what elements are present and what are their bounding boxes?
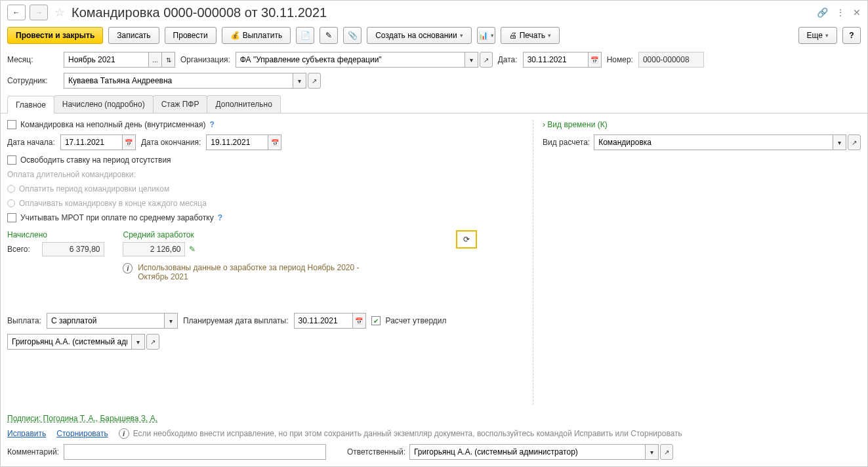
tab-detail[interactable]: Начислено (подробно)	[54, 95, 154, 113]
plan-date-calendar[interactable]: 📅	[353, 313, 366, 329]
payout-label: Выплата:	[7, 316, 41, 325]
avg-value: 2 126,60	[123, 242, 185, 256]
end-date-calendar[interactable]: 📅	[268, 134, 281, 150]
responsible-input[interactable]	[409, 444, 646, 460]
approved-label: Расчет утвердил	[386, 316, 447, 325]
nav-forward: →	[30, 5, 48, 20]
avg-header: Средний заработок	[123, 230, 385, 239]
total-label: Всего:	[7, 245, 30, 254]
end-date-label: Дата окончания:	[141, 138, 201, 147]
info-icon: i	[123, 263, 133, 274]
number-label: Номер:	[607, 55, 633, 64]
storno-link[interactable]: Сторнировать	[56, 429, 108, 438]
doc-icon-button[interactable]: 📄	[296, 27, 314, 44]
post-close-button[interactable]: Провести и закрыть	[7, 27, 103, 44]
responsible-label: Ответственный:	[347, 447, 405, 457]
long-opt2-radio	[7, 199, 15, 207]
fix-link[interactable]: Исправить	[7, 429, 46, 438]
date-input[interactable]	[523, 52, 589, 68]
responsible-drop[interactable]: ▾	[646, 444, 659, 460]
start-date-label: Дата начала:	[7, 138, 55, 147]
mrot-help-icon[interactable]: ?	[218, 213, 222, 222]
info-note: Использованы данные о заработке за перио…	[138, 263, 385, 281]
start-date-calendar[interactable]: 📅	[123, 134, 136, 150]
end-date-input[interactable]	[206, 134, 268, 150]
approver-open[interactable]: ↗	[146, 334, 159, 350]
attach-icon-button[interactable]: 📎	[343, 27, 362, 44]
recalc-button[interactable]: ⟳	[456, 230, 477, 249]
page-title: Командировка 0000-000008 от 30.11.2021	[72, 5, 813, 20]
month-picker-button[interactable]: …	[149, 52, 162, 68]
mrot-checkbox[interactable]	[7, 213, 16, 222]
month-spinner[interactable]: ⇅	[162, 52, 175, 68]
plan-date-label: Планируемая дата выплаты:	[183, 316, 289, 325]
save-button[interactable]: Записать	[108, 27, 159, 44]
long-trip-header: Оплата длительной командировки:	[7, 170, 526, 179]
accrued-header: Начислено	[7, 230, 104, 239]
payout-select[interactable]	[47, 313, 165, 329]
create-based-button[interactable]: Создать на основании	[367, 27, 472, 44]
partial-day-checkbox[interactable]	[7, 120, 16, 129]
start-date-input[interactable]	[60, 134, 123, 150]
calc-type-label: Вид расчета:	[543, 138, 590, 147]
more-button[interactable]: Еще	[798, 27, 837, 44]
tab-main[interactable]: Главное	[7, 96, 54, 113]
payout-drop[interactable]: ▾	[165, 313, 178, 329]
date-calendar-button[interactable]: 📅	[589, 52, 602, 68]
link-icon[interactable]: 🔗	[817, 7, 828, 18]
long-opt1-label: Оплатить период командировки целиком	[19, 184, 169, 193]
post-button[interactable]: Провести	[165, 27, 217, 44]
partial-day-label: Командировка на неполный день (внутрисме…	[20, 120, 205, 129]
footer-hint: Если необходимо внести исправление, но п…	[133, 429, 682, 438]
calc-type-drop[interactable]: ▾	[833, 134, 846, 150]
employee-open-button[interactable]: ↗	[308, 73, 321, 89]
edit-icon-button[interactable]: ✎	[320, 27, 338, 44]
employee-label: Сотрудник:	[7, 76, 58, 85]
long-opt2-label: Оплачивать командировку в конце каждого …	[19, 199, 207, 208]
print-button[interactable]: 🖨 Печать	[501, 27, 560, 44]
date-label: Дата:	[498, 55, 518, 64]
plan-date-input[interactable]	[294, 313, 353, 329]
edit-avg-icon[interactable]: ✎	[189, 245, 196, 254]
time-type-link[interactable]: Вид времени (К)	[543, 120, 861, 129]
calc-type-input[interactable]	[594, 134, 833, 150]
report-icon-button[interactable]: 📊	[477, 27, 495, 44]
org-input[interactable]	[236, 52, 465, 68]
tab-pfr[interactable]: Стаж ПФР	[153, 95, 208, 113]
comment-label: Комментарий:	[7, 447, 60, 457]
org-label: Организация:	[180, 55, 230, 64]
close-icon[interactable]: ✕	[853, 7, 861, 18]
long-opt1-radio	[7, 185, 15, 193]
footer-info-icon: i	[119, 428, 129, 439]
pay-button[interactable]: 💰Выплатить	[222, 27, 291, 44]
help-button[interactable]: ?	[842, 27, 861, 44]
pay-icon: 💰	[230, 31, 240, 40]
comment-input[interactable]	[64, 444, 326, 460]
calc-type-open[interactable]: ↗	[848, 134, 861, 150]
printer-icon: 🖨	[509, 31, 517, 40]
tab-extra[interactable]: Дополнительно	[207, 95, 280, 113]
free-rate-label: Освободить ставку на период отсутствия	[20, 155, 171, 165]
partial-day-help-icon[interactable]: ?	[209, 120, 214, 129]
approved-checkbox[interactable]: ✔	[371, 316, 381, 325]
nav-back[interactable]: ←	[7, 5, 26, 20]
employee-input[interactable]	[64, 73, 293, 89]
approver-input[interactable]	[7, 334, 132, 350]
total-value: 6 379,80	[42, 242, 104, 256]
month-label: Месяц:	[7, 55, 58, 64]
employee-drop-button[interactable]: ▾	[293, 73, 306, 89]
org-drop-button[interactable]: ▾	[465, 52, 478, 68]
mrot-label: Учитывать МРОТ при оплате по среднему за…	[20, 213, 214, 222]
number-value: 0000-000008	[638, 52, 704, 68]
month-input[interactable]	[64, 52, 149, 68]
org-open-button[interactable]: ↗	[480, 52, 493, 68]
responsible-open[interactable]: ↗	[660, 444, 673, 460]
free-rate-checkbox[interactable]	[7, 155, 16, 165]
kebab-menu-icon[interactable]: ⋮	[836, 7, 845, 18]
approver-drop[interactable]: ▾	[132, 334, 145, 350]
signatures-link[interactable]: Подписи: Погодина Т. А., Барышева З. А.	[7, 414, 157, 423]
favorite-star-icon[interactable]: ☆	[54, 5, 65, 20]
